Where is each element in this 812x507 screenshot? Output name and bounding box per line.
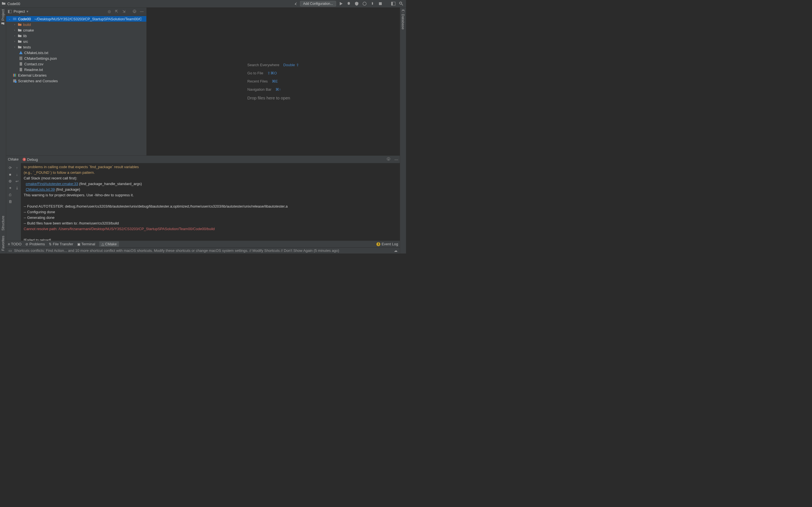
problems-label: Problems xyxy=(29,242,45,246)
project-tool-tab[interactable]: Project xyxy=(1,9,5,25)
console-link[interactable]: CMakeLists.txt:39 xyxy=(26,187,55,191)
tree-folder-tests[interactable]: › tests xyxy=(6,44,146,50)
favorites-tool-tab[interactable]: Favorites xyxy=(1,236,5,251)
expand-all-icon[interactable]: ⇱ xyxy=(114,9,119,14)
project-tree[interactable]: ⌄ Code00 ~/Desktop/NUS/Y3S2/CS3203/CP_St… xyxy=(6,15,146,156)
gear-icon[interactable] xyxy=(387,157,391,162)
add-configuration-button[interactable]: Add Configuration... xyxy=(300,1,336,6)
event-log-label: Event Log xyxy=(382,242,398,246)
gear-icon[interactable] xyxy=(132,9,137,14)
svg-point-4 xyxy=(400,2,402,4)
file-icon xyxy=(18,68,23,71)
console-line: -- Generating done xyxy=(24,215,397,221)
stop-icon[interactable]: ■ xyxy=(7,172,13,177)
chevron-right-icon[interactable]: › xyxy=(13,23,16,26)
library-icon xyxy=(12,73,17,77)
tree-file-cmakesettings[interactable]: CMakeSettings.json xyxy=(6,55,146,61)
folder-icon xyxy=(17,28,22,32)
stop-icon[interactable] xyxy=(377,1,384,7)
cmake-tab-bottom[interactable]: △ CMake xyxy=(99,241,119,247)
tree-folder-lib[interactable]: › lib xyxy=(6,33,146,39)
tree-folder-build[interactable]: › build xyxy=(6,22,146,27)
project-sidebar: Project ▾ ◎ ⇱ ⇲ — ⌄ Code00 xyxy=(6,8,147,156)
hint-navbar-label: Navigation Bar xyxy=(247,87,271,92)
reload-icon[interactable]: ⟳ xyxy=(7,165,13,170)
todo-tab[interactable]: ≡ TODO xyxy=(8,242,21,246)
search-icon[interactable] xyxy=(398,1,404,7)
terminal-label: Terminal xyxy=(82,242,95,246)
profile-icon[interactable] xyxy=(361,1,368,7)
wrap-icon[interactable]: ↩ xyxy=(14,178,20,184)
console-toolbar: ⟳ ↑ ■ ↓ ⚙ ↩ ✶ ⤓ ⎙ 🗑 xyxy=(6,163,21,240)
print-icon[interactable]: ⎙ xyxy=(7,192,13,198)
chevron-right-icon[interactable]: › xyxy=(13,34,16,37)
console-line: to problems in calling code that expects… xyxy=(24,164,397,170)
coverage-icon[interactable] xyxy=(354,1,360,7)
database-tool-tab[interactable]: Database xyxy=(401,9,405,30)
layout-icon[interactable] xyxy=(390,1,396,7)
locate-icon[interactable]: ◎ xyxy=(106,9,112,14)
left-tool-rail: Project Structure Favorites xyxy=(0,8,6,253)
tree-item-label: External Libraries xyxy=(18,73,47,77)
scroll-icon[interactable]: ⤓ xyxy=(14,185,20,191)
tree-external-libraries[interactable]: External Libraries xyxy=(6,72,146,78)
tree-file-contact[interactable]: Contact.csv xyxy=(6,61,146,67)
svg-rect-10 xyxy=(20,68,22,71)
svg-point-17 xyxy=(402,10,404,11)
tree-file-cmakelists[interactable]: CMakeLists.txt xyxy=(6,50,146,55)
down-icon[interactable]: ↓ xyxy=(14,172,20,177)
collapse-all-icon[interactable]: ⇲ xyxy=(121,9,126,14)
status-bar: ▭ Shortcuts conflicts: Find Action... an… xyxy=(6,247,400,253)
debug-tab[interactable]: ! Debug xyxy=(22,158,38,162)
chevron-right-icon[interactable]: › xyxy=(13,46,16,48)
notification-icon[interactable]: ▭ xyxy=(8,248,12,252)
tree-root[interactable]: ⌄ Code00 ~/Desktop/NUS/Y3S2/CS3203/CP_St… xyxy=(6,16,146,22)
tree-folder-cmake[interactable]: › cmake xyxy=(6,27,146,33)
trash-icon[interactable]: 🗑 xyxy=(7,199,13,204)
console-text: (find_package) xyxy=(55,187,80,191)
minimize-icon[interactable]: — xyxy=(139,9,145,14)
chevron-right-icon[interactable]: › xyxy=(13,40,16,43)
up-icon[interactable]: ↑ xyxy=(14,165,20,170)
run-icon[interactable] xyxy=(338,1,344,7)
cmake-tab[interactable]: CMake xyxy=(8,158,18,161)
build-icon[interactable] xyxy=(292,1,298,7)
tree-item-label: CMakeLists.txt xyxy=(24,51,48,55)
build-icon[interactable]: ⚙ xyxy=(7,178,13,184)
project-title: Project xyxy=(13,9,25,13)
todo-label: TODO xyxy=(11,242,21,246)
tree-scratches[interactable]: Scratches and Consoles xyxy=(6,78,146,83)
tree-folder-src[interactable]: › src xyxy=(6,39,146,44)
svg-rect-7 xyxy=(13,18,16,20)
debug-icon[interactable] xyxy=(346,1,352,7)
editor-hints: Search EverywhereDouble ⇧ Go to File⇧⌘O … xyxy=(247,63,299,100)
svg-rect-13 xyxy=(15,74,16,77)
console-line: This warning is for project developers. … xyxy=(24,192,397,198)
event-log-tab[interactable]: 1 Event Log xyxy=(376,242,398,246)
scratch-icon xyxy=(12,79,17,83)
chevron-down-icon[interactable]: ⌄ xyxy=(8,17,11,20)
file-icon xyxy=(18,62,23,66)
editor-area[interactable]: Search EverywhereDouble ⇧ Go to File⇧⌘O … xyxy=(147,8,400,156)
console-output[interactable]: to problems in calling code that expects… xyxy=(21,163,400,240)
attach-icon[interactable] xyxy=(369,1,375,7)
minimize-icon[interactable]: — xyxy=(395,158,398,162)
tree-item-label: Scratches and Consoles xyxy=(18,79,58,83)
chevron-down-icon[interactable]: ▾ xyxy=(27,9,29,13)
database-tool-label: Database xyxy=(401,14,405,30)
filetransfer-tab[interactable]: ⇅ File Transfer xyxy=(49,242,73,246)
chevron-right-icon[interactable]: › xyxy=(13,29,16,32)
settings-icon[interactable]: ✶ xyxy=(7,185,13,191)
problems-tab[interactable]: ⊘ Problems xyxy=(26,242,45,246)
tree-file-readme[interactable]: Readme.txt xyxy=(6,67,146,72)
hint-goto-label: Go to File xyxy=(247,71,263,75)
terminal-tab[interactable]: ▣ Terminal xyxy=(77,242,95,246)
remote-icon[interactable]: ☁ xyxy=(394,248,398,252)
json-icon xyxy=(18,56,23,60)
structure-tool-label: Structure xyxy=(1,216,5,231)
svg-rect-6 xyxy=(8,10,9,13)
hint-search-key: Double ⇧ xyxy=(283,63,299,67)
console-link[interactable]: cmake/FindAutotester.cmake:33 xyxy=(26,182,78,186)
structure-tool-tab[interactable]: Structure xyxy=(1,216,5,231)
svg-rect-11 xyxy=(13,74,14,77)
